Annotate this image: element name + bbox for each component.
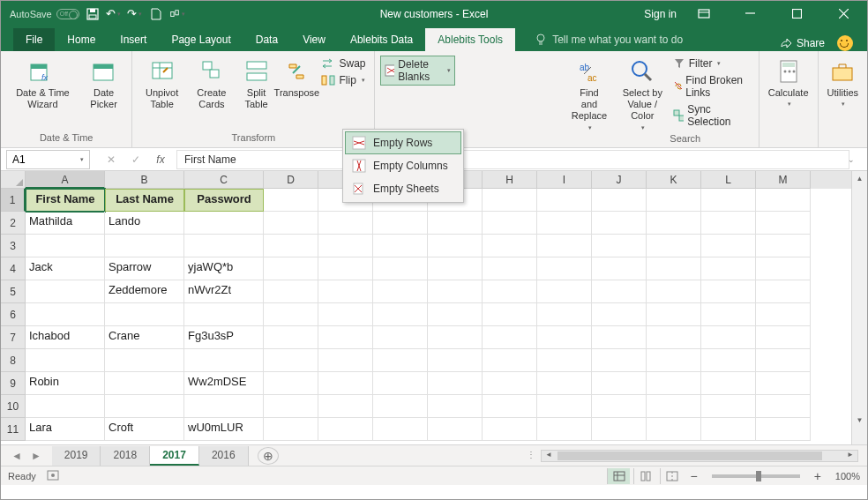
col-header-B[interactable]: B bbox=[105, 171, 184, 189]
cell[interactable] bbox=[483, 349, 537, 372]
tab-view[interactable]: View bbox=[290, 28, 338, 51]
flip-button[interactable]: Flip▾ bbox=[318, 72, 369, 88]
expand-formula-bar-icon[interactable]: ⌄ bbox=[848, 155, 864, 164]
cell[interactable] bbox=[647, 257, 701, 280]
tab-file[interactable]: File bbox=[13, 28, 55, 51]
cell[interactable] bbox=[647, 189, 701, 212]
cancel-formula-icon[interactable]: ✕ bbox=[102, 153, 120, 166]
cell[interactable] bbox=[537, 349, 592, 372]
cell[interactable] bbox=[264, 235, 318, 257]
cell[interactable] bbox=[428, 395, 483, 418]
row-header[interactable]: 5 bbox=[1, 280, 26, 303]
cell[interactable]: Croft bbox=[105, 418, 184, 441]
minimize-icon[interactable] bbox=[730, 1, 770, 26]
row-header[interactable]: 1 bbox=[1, 189, 26, 212]
ribbon-display-icon[interactable] bbox=[684, 1, 723, 26]
cell[interactable] bbox=[264, 418, 318, 441]
cell[interactable] bbox=[428, 212, 483, 235]
cell[interactable] bbox=[428, 235, 483, 257]
row-header[interactable]: 7 bbox=[1, 326, 26, 349]
redo-icon[interactable]: ↷▾ bbox=[127, 4, 143, 24]
cell[interactable] bbox=[373, 326, 428, 349]
cell[interactable] bbox=[592, 280, 647, 303]
scroll-right-icon[interactable]: ► bbox=[843, 451, 857, 461]
cell[interactable] bbox=[105, 235, 184, 257]
row-header[interactable]: 11 bbox=[1, 418, 26, 441]
cell[interactable] bbox=[105, 349, 184, 372]
cell[interactable] bbox=[701, 212, 756, 235]
date-time-wizard-button[interactable]: fx Date & Time Wizard bbox=[6, 56, 79, 112]
row-header[interactable]: 10 bbox=[1, 395, 26, 418]
cell[interactable] bbox=[184, 235, 264, 257]
cell[interactable] bbox=[756, 257, 811, 280]
tab-home[interactable]: Home bbox=[55, 28, 108, 51]
cell[interactable] bbox=[592, 303, 647, 326]
cell[interactable]: nWvr2Zt bbox=[184, 280, 264, 303]
normal-view-icon[interactable] bbox=[607, 468, 630, 484]
utilities-button[interactable]: Utilities▾ bbox=[824, 56, 862, 110]
cell[interactable] bbox=[264, 212, 318, 235]
sheet-tab-2016[interactable]: 2016 bbox=[199, 446, 249, 466]
cell[interactable] bbox=[647, 235, 701, 257]
calculate-button[interactable]: Calculate▾ bbox=[765, 56, 812, 110]
page-layout-view-icon[interactable] bbox=[633, 468, 656, 484]
find-and-replace-button[interactable]: abac Find andReplace▾ bbox=[572, 56, 607, 133]
cell[interactable] bbox=[373, 395, 428, 418]
cell[interactable] bbox=[537, 189, 592, 212]
cell[interactable] bbox=[701, 280, 756, 303]
cell[interactable] bbox=[264, 303, 318, 326]
cell[interactable] bbox=[318, 372, 373, 395]
tab-page-layout[interactable]: Page Layout bbox=[159, 28, 243, 51]
col-header-I[interactable]: I bbox=[537, 171, 592, 189]
cell[interactable] bbox=[105, 303, 184, 326]
cell[interactable] bbox=[701, 395, 756, 418]
cell[interactable] bbox=[647, 280, 701, 303]
feedback-smiley-icon[interactable] bbox=[837, 35, 853, 51]
cell[interactable]: Ww2mDSE bbox=[184, 372, 264, 395]
grid-body[interactable]: 1First NameLast NamePassword2MathildaLan… bbox=[1, 189, 867, 441]
cell[interactable] bbox=[318, 257, 373, 280]
cell[interactable] bbox=[701, 349, 756, 372]
row-header[interactable]: 6 bbox=[1, 303, 26, 326]
select-all-corner[interactable] bbox=[1, 171, 26, 189]
cell[interactable] bbox=[537, 257, 592, 280]
tab-ablebits-data[interactable]: Ablebits Data bbox=[338, 28, 425, 51]
cell[interactable] bbox=[701, 418, 756, 441]
find-broken-links-button[interactable]: Find Broken Links bbox=[670, 72, 753, 101]
sheet-tab-2018[interactable]: 2018 bbox=[101, 446, 150, 466]
sheet-tab-2019[interactable]: 2019 bbox=[52, 446, 101, 466]
autosave-toggle[interactable]: AutoSave Off bbox=[10, 9, 79, 19]
cell[interactable] bbox=[592, 418, 647, 441]
transpose-button[interactable]: Transpose bbox=[277, 56, 316, 101]
cell[interactable] bbox=[483, 303, 537, 326]
cell[interactable] bbox=[537, 280, 592, 303]
scroll-down-icon[interactable]: ▼ bbox=[852, 413, 867, 429]
cell[interactable] bbox=[428, 418, 483, 441]
create-cards-button[interactable]: Create Cards bbox=[188, 56, 236, 112]
cell[interactable] bbox=[756, 326, 811, 349]
cell[interactable]: Fg3u3sP bbox=[184, 326, 264, 349]
cell[interactable] bbox=[318, 235, 373, 257]
date-picker-button[interactable]: Date Picker bbox=[81, 56, 127, 112]
cell[interactable] bbox=[318, 326, 373, 349]
cell[interactable]: Jack bbox=[26, 257, 105, 280]
cell[interactable]: Crane bbox=[105, 326, 184, 349]
cell[interactable] bbox=[537, 372, 592, 395]
tab-ablebits-tools[interactable]: Ablebits Tools bbox=[425, 28, 515, 51]
cell[interactable] bbox=[592, 349, 647, 372]
split-table-button[interactable]: Split Table bbox=[237, 56, 275, 112]
cell[interactable]: Last Name bbox=[105, 189, 184, 212]
col-header-D[interactable]: D bbox=[264, 171, 318, 189]
cell[interactable] bbox=[756, 212, 811, 235]
cell[interactable]: First Name bbox=[26, 189, 105, 212]
cell[interactable] bbox=[756, 189, 811, 212]
cell[interactable]: Ichabod bbox=[26, 326, 105, 349]
tab-data[interactable]: Data bbox=[243, 28, 290, 51]
cell[interactable] bbox=[318, 349, 373, 372]
zoom-out-button[interactable]: − bbox=[686, 469, 700, 483]
cell[interactable] bbox=[105, 372, 184, 395]
row-header[interactable]: 3 bbox=[1, 235, 26, 257]
row-header[interactable]: 2 bbox=[1, 212, 26, 235]
cell[interactable] bbox=[264, 372, 318, 395]
cell[interactable] bbox=[373, 303, 428, 326]
